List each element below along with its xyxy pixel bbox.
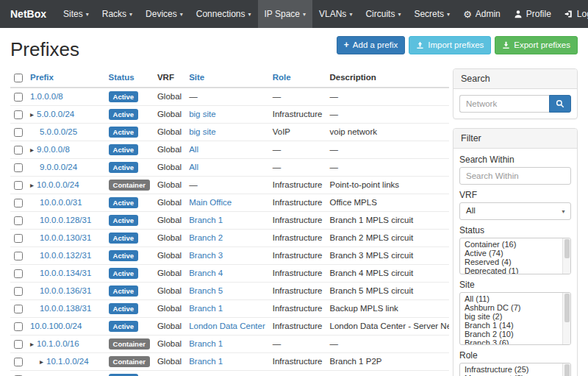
site-option[interactable]: Branch 2 (10) xyxy=(462,330,561,338)
prefix-link[interactable]: 10.0.0.128/31 xyxy=(40,216,91,224)
brand-link[interactable]: NetBox xyxy=(7,0,57,28)
site-link[interactable]: Branch 1 xyxy=(189,339,223,348)
site-link[interactable]: All xyxy=(189,163,198,171)
site-listbox[interactable]: All (11)Ashburn DC (7)big site (2)Branch… xyxy=(459,292,571,345)
row-checkbox[interactable] xyxy=(14,340,23,349)
prefix-link[interactable]: 10.0.0.130/31 xyxy=(40,233,91,242)
scrollbar-thumb[interactable] xyxy=(564,294,570,322)
prefix-link[interactable]: 5.0.0.0/24 xyxy=(37,110,74,118)
scrollbar[interactable] xyxy=(562,363,570,376)
nav-item-sites[interactable]: Sites▾ xyxy=(57,0,96,28)
scrollbar-thumb[interactable] xyxy=(564,239,570,258)
site-option[interactable]: big site (2) xyxy=(462,312,561,321)
expand-toggle-icon[interactable]: ▸ xyxy=(30,146,34,154)
row-checkbox[interactable] xyxy=(14,199,23,207)
prefix-link[interactable]: 1.0.0.0/8 xyxy=(30,92,63,101)
row-checkbox[interactable] xyxy=(14,305,23,313)
site-link[interactable]: London Data Center xyxy=(189,322,265,330)
select-all-checkbox[interactable] xyxy=(14,74,23,82)
row-checkbox[interactable] xyxy=(14,234,23,243)
row-checkbox[interactable] xyxy=(14,358,23,366)
status-option[interactable]: Container (16) xyxy=(462,240,561,249)
status-option[interactable]: Deprecated (1) xyxy=(462,266,561,274)
scrollbar-thumb[interactable] xyxy=(564,364,570,376)
status-listbox[interactable]: Container (16)Active (74)Reserved (4)Dep… xyxy=(459,238,571,274)
user-menu-profile[interactable]: Profile xyxy=(507,0,558,28)
row-checkbox[interactable] xyxy=(14,322,23,331)
vrf-cell: Global xyxy=(154,123,185,141)
prefix-link[interactable]: 9.0.0.0/8 xyxy=(37,145,70,154)
site-option[interactable]: All (11) xyxy=(462,294,561,303)
site-link[interactable]: Main Office xyxy=(189,198,232,207)
nav-item-devices[interactable]: Devices▾ xyxy=(139,0,190,28)
prefix-link[interactable]: 5.0.0.0/25 xyxy=(40,127,77,136)
prefix-link[interactable]: 10.0.0.0/31 xyxy=(40,198,82,207)
prefix-link[interactable]: 10.1.0.0/24 xyxy=(46,357,89,366)
role-listbox[interactable]: Infrastructure (25)Management (8)Private… xyxy=(459,363,571,376)
prefix-link[interactable]: 10.0.0.138/31 xyxy=(40,304,91,313)
nav-item-ip-space[interactable]: IP Space▾ xyxy=(258,0,313,28)
row-checkbox[interactable] xyxy=(14,128,23,137)
column-header-site[interactable]: Site xyxy=(185,68,269,88)
site-link[interactable]: Branch 4 xyxy=(189,269,223,277)
prefix-link[interactable]: 10.1.0.0/16 xyxy=(37,339,79,348)
scrollbar[interactable] xyxy=(562,293,570,344)
table-header-row: PrefixStatusVRFSiteRoleDescription xyxy=(10,68,449,88)
prefix-link[interactable]: 10.0.0.132/31 xyxy=(40,251,91,260)
column-header-role[interactable]: Role xyxy=(269,68,326,88)
prefix-link[interactable]: 10.0.0.0/24 xyxy=(37,180,79,189)
add-prefix-button[interactable]: + Add a prefix xyxy=(337,36,405,54)
nav-item-vlans[interactable]: VLANs▾ xyxy=(312,0,359,28)
site-link[interactable]: Branch 3 xyxy=(189,251,223,260)
column-header-status[interactable]: Status xyxy=(105,68,154,88)
scrollbar[interactable] xyxy=(562,238,570,274)
site-link[interactable]: Branch 1 xyxy=(189,357,223,366)
prefix-link[interactable]: 10.0.0.136/31 xyxy=(40,286,91,295)
row-checkbox[interactable] xyxy=(14,110,23,119)
row-checkbox[interactable] xyxy=(14,93,23,102)
status-option[interactable]: Active (74) xyxy=(462,249,561,258)
site-link[interactable]: Branch 1 xyxy=(189,216,223,224)
nav-item-racks[interactable]: Racks▾ xyxy=(96,0,139,28)
site-option[interactable]: Branch 3 (6) xyxy=(462,338,561,345)
vrf-select[interactable]: All ▼ xyxy=(459,202,571,220)
row-checkbox[interactable] xyxy=(14,146,23,155)
user-menu-admin[interactable]: ⚙Admin xyxy=(456,0,507,28)
filter-panel-title: Filter xyxy=(453,129,577,149)
column-header-prefix[interactable]: Prefix xyxy=(26,68,105,88)
nav-item-circuits[interactable]: Circuits▾ xyxy=(359,0,407,28)
site-link[interactable]: Branch 5 xyxy=(189,286,223,295)
nav-item-secrets[interactable]: Secrets▾ xyxy=(407,0,456,28)
prefix-link[interactable]: 10.0.100.0/24 xyxy=(30,322,82,330)
row-checkbox[interactable] xyxy=(14,252,23,260)
export-prefixes-button[interactable]: Export prefixes xyxy=(495,36,578,54)
site-option[interactable]: Ashburn DC (7) xyxy=(462,303,561,312)
status-badge: Active xyxy=(109,250,139,261)
search-button[interactable] xyxy=(549,95,571,113)
site-option[interactable]: Branch 1 (14) xyxy=(462,321,561,330)
prefix-link[interactable]: 10.0.0.134/31 xyxy=(40,269,91,277)
user-menu-log-out[interactable]: Log out xyxy=(558,0,588,28)
nav-item-connections[interactable]: Connections▾ xyxy=(190,0,258,28)
expand-toggle-icon[interactable]: ▸ xyxy=(30,110,34,118)
prefix-link[interactable]: 9.0.0.0/24 xyxy=(40,163,77,171)
expand-toggle-icon[interactable]: ▸ xyxy=(30,181,34,189)
row-checkbox[interactable] xyxy=(14,163,23,172)
toolbar: + Add a prefix Import prefixes Export pr… xyxy=(337,36,578,54)
row-checkbox[interactable] xyxy=(14,181,23,190)
row-checkbox[interactable] xyxy=(14,216,23,225)
status-option[interactable]: Reserved (4) xyxy=(462,258,561,266)
expand-toggle-icon[interactable]: ▸ xyxy=(40,358,43,366)
site-link[interactable]: Branch 1 xyxy=(189,304,223,313)
site-link[interactable]: All xyxy=(189,145,198,154)
import-prefixes-button[interactable]: Import prefixes xyxy=(409,36,491,54)
site-link[interactable]: big site xyxy=(189,127,215,136)
role-option[interactable]: Infrastructure (25) xyxy=(462,365,561,374)
search-within-input[interactable] xyxy=(459,167,571,185)
site-link[interactable]: Branch 2 xyxy=(189,233,223,242)
expand-toggle-icon[interactable]: ▸ xyxy=(30,340,34,348)
row-checkbox[interactable] xyxy=(14,269,23,278)
site-link[interactable]: big site xyxy=(189,110,215,118)
row-checkbox[interactable] xyxy=(14,287,23,296)
search-input[interactable] xyxy=(459,95,549,113)
